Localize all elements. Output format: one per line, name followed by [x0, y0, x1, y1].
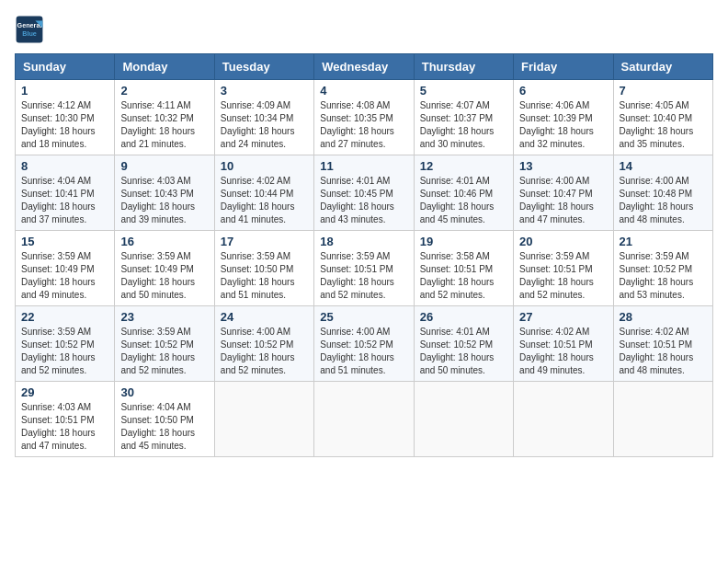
day-number: 16: [120, 235, 208, 248]
day-number: 13: [519, 159, 607, 173]
day-number: 19: [420, 235, 507, 248]
day-info: Sunrise: 3:58 AMSunset: 10:51 PMDaylight…: [420, 250, 507, 302]
day-info: Sunrise: 4:00 AMSunset: 10:47 PMDaylight…: [519, 175, 607, 226]
day-info: Sunrise: 4:06 AMSunset: 10:39 PMDaylight…: [519, 99, 607, 151]
header-friday: Friday: [514, 54, 613, 80]
day-info: Sunrise: 4:00 AMSunset: 10:52 PMDaylight…: [221, 326, 308, 377]
day-info: Sunrise: 4:02 AMSunset: 10:51 PMDaylight…: [519, 326, 607, 377]
calendar-week-1: 1 Sunrise: 4:12 AMSunset: 10:30 PMDaylig…: [16, 80, 713, 155]
calendar-cell: [613, 382, 712, 457]
logo: General Blue: [15, 15, 44, 44]
header-sunday: Sunday: [16, 54, 115, 80]
calendar-cell: 5 Sunrise: 4:07 AMSunset: 10:37 PMDaylig…: [414, 80, 513, 155]
calendar-cell: 15 Sunrise: 3:59 AMSunset: 10:49 PMDayli…: [16, 231, 115, 306]
day-number: 2: [120, 84, 208, 98]
calendar-cell: [514, 382, 613, 457]
header-saturday: Saturday: [613, 54, 712, 80]
calendar-cell: [314, 382, 414, 457]
day-number: 11: [320, 159, 407, 173]
svg-text:Blue: Blue: [22, 29, 37, 38]
calendar-cell: 2 Sunrise: 4:11 AMSunset: 10:32 PMDaylig…: [115, 80, 214, 155]
day-info: Sunrise: 3:59 AMSunset: 10:52 PMDaylight…: [620, 250, 707, 302]
day-info: Sunrise: 4:01 AMSunset: 10:52 PMDaylight…: [420, 326, 507, 377]
day-number: 4: [320, 84, 407, 98]
header-tuesday: Tuesday: [214, 54, 313, 80]
day-number: 23: [120, 310, 208, 324]
logo-icon: General Blue: [15, 15, 44, 44]
calendar-week-4: 22 Sunrise: 3:59 AMSunset: 10:52 PMDayli…: [16, 306, 713, 382]
day-number: 24: [221, 310, 308, 324]
header-thursday: Thursday: [414, 54, 513, 80]
day-number: 21: [620, 235, 707, 248]
calendar-cell: 12 Sunrise: 4:01 AMSunset: 10:46 PMDayli…: [414, 155, 513, 231]
calendar-week-5: 29 Sunrise: 4:03 AMSunset: 10:51 PMDayli…: [16, 382, 713, 457]
day-number: 27: [519, 310, 607, 324]
header: General Blue: [15, 15, 713, 44]
day-number: 22: [21, 310, 108, 324]
day-number: 28: [620, 310, 707, 324]
day-info: Sunrise: 4:08 AMSunset: 10:35 PMDaylight…: [320, 99, 407, 151]
calendar-cell: 17 Sunrise: 3:59 AMSunset: 10:50 PMDayli…: [214, 231, 313, 306]
header-wednesday: Wednesday: [314, 54, 414, 80]
day-number: 1: [21, 84, 108, 98]
day-number: 17: [221, 235, 308, 248]
calendar-cell: 27 Sunrise: 4:02 AMSunset: 10:51 PMDayli…: [514, 306, 613, 382]
day-info: Sunrise: 3:59 AMSunset: 10:51 PMDaylight…: [320, 250, 407, 302]
day-info: Sunrise: 4:12 AMSunset: 10:30 PMDaylight…: [21, 99, 108, 151]
calendar-cell: 9 Sunrise: 4:03 AMSunset: 10:43 PMDaylig…: [115, 155, 214, 231]
calendar-cell: 30 Sunrise: 4:04 AMSunset: 10:50 PMDayli…: [115, 382, 214, 457]
day-info: Sunrise: 4:09 AMSunset: 10:34 PMDaylight…: [221, 99, 308, 151]
calendar-cell: 28 Sunrise: 4:02 AMSunset: 10:51 PMDayli…: [613, 306, 712, 382]
day-number: 12: [420, 159, 507, 173]
calendar-cell: 10 Sunrise: 4:02 AMSunset: 10:44 PMDayli…: [214, 155, 313, 231]
day-number: 7: [620, 84, 707, 98]
day-number: 26: [420, 310, 507, 324]
day-info: Sunrise: 4:01 AMSunset: 10:46 PMDaylight…: [420, 175, 507, 226]
calendar-cell: 20 Sunrise: 3:59 AMSunset: 10:51 PMDayli…: [514, 231, 613, 306]
day-info: Sunrise: 4:03 AMSunset: 10:51 PMDaylight…: [21, 401, 108, 453]
day-number: 9: [120, 159, 208, 173]
day-info: Sunrise: 4:01 AMSunset: 10:45 PMDaylight…: [320, 175, 407, 226]
calendar-cell: 4 Sunrise: 4:08 AMSunset: 10:35 PMDaylig…: [314, 80, 414, 155]
calendar-week-3: 15 Sunrise: 3:59 AMSunset: 10:49 PMDayli…: [16, 231, 713, 306]
day-number: 18: [320, 235, 407, 248]
day-info: Sunrise: 4:03 AMSunset: 10:43 PMDaylight…: [120, 175, 208, 226]
calendar-cell: 8 Sunrise: 4:04 AMSunset: 10:41 PMDaylig…: [16, 155, 115, 231]
day-number: 6: [519, 84, 607, 98]
day-info: Sunrise: 4:00 AMSunset: 10:48 PMDaylight…: [620, 175, 707, 226]
day-info: Sunrise: 4:07 AMSunset: 10:37 PMDaylight…: [420, 99, 507, 151]
calendar-cell: 18 Sunrise: 3:59 AMSunset: 10:51 PMDayli…: [314, 231, 414, 306]
day-info: Sunrise: 3:59 AMSunset: 10:51 PMDaylight…: [519, 250, 607, 302]
day-number: 8: [21, 159, 108, 173]
calendar-cell: 23 Sunrise: 3:59 AMSunset: 10:52 PMDayli…: [115, 306, 214, 382]
day-info: Sunrise: 4:02 AMSunset: 10:51 PMDaylight…: [620, 326, 707, 377]
day-number: 10: [221, 159, 308, 173]
day-info: Sunrise: 4:00 AMSunset: 10:52 PMDaylight…: [320, 326, 407, 377]
day-info: Sunrise: 3:59 AMSunset: 10:52 PMDaylight…: [21, 326, 108, 377]
calendar-cell: 29 Sunrise: 4:03 AMSunset: 10:51 PMDayli…: [16, 382, 115, 457]
calendar-cell: 13 Sunrise: 4:00 AMSunset: 10:47 PMDayli…: [514, 155, 613, 231]
day-info: Sunrise: 4:05 AMSunset: 10:40 PMDaylight…: [620, 99, 707, 151]
day-info: Sunrise: 4:11 AMSunset: 10:32 PMDaylight…: [120, 99, 208, 151]
day-number: 20: [519, 235, 607, 248]
day-number: 29: [21, 385, 108, 399]
day-number: 30: [120, 385, 208, 399]
calendar-cell: 21 Sunrise: 3:59 AMSunset: 10:52 PMDayli…: [613, 231, 712, 306]
day-info: Sunrise: 4:04 AMSunset: 10:41 PMDaylight…: [21, 175, 108, 226]
day-info: Sunrise: 3:59 AMSunset: 10:50 PMDaylight…: [221, 250, 308, 302]
calendar: SundayMondayTuesdayWednesdayThursdayFrid…: [15, 53, 713, 457]
calendar-cell: 16 Sunrise: 3:59 AMSunset: 10:49 PMDayli…: [115, 231, 214, 306]
calendar-cell: [214, 382, 313, 457]
day-info: Sunrise: 3:59 AMSunset: 10:49 PMDaylight…: [120, 250, 208, 302]
header-monday: Monday: [115, 54, 214, 80]
calendar-cell: 3 Sunrise: 4:09 AMSunset: 10:34 PMDaylig…: [214, 80, 313, 155]
calendar-cell: 7 Sunrise: 4:05 AMSunset: 10:40 PMDaylig…: [613, 80, 712, 155]
day-info: Sunrise: 4:02 AMSunset: 10:44 PMDaylight…: [221, 175, 308, 226]
day-info: Sunrise: 4:04 AMSunset: 10:50 PMDaylight…: [120, 401, 208, 453]
calendar-cell: 14 Sunrise: 4:00 AMSunset: 10:48 PMDayli…: [613, 155, 712, 231]
calendar-cell: 1 Sunrise: 4:12 AMSunset: 10:30 PMDaylig…: [16, 80, 115, 155]
calendar-cell: 6 Sunrise: 4:06 AMSunset: 10:39 PMDaylig…: [514, 80, 613, 155]
calendar-cell: 25 Sunrise: 4:00 AMSunset: 10:52 PMDayli…: [314, 306, 414, 382]
calendar-cell: 26 Sunrise: 4:01 AMSunset: 10:52 PMDayli…: [414, 306, 513, 382]
day-info: Sunrise: 3:59 AMSunset: 10:49 PMDaylight…: [21, 250, 108, 302]
